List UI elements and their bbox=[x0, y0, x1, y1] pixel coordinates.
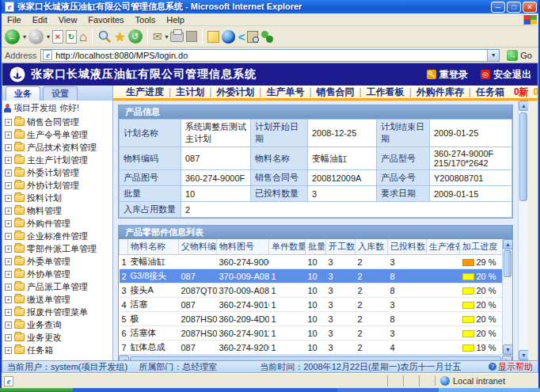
notes-icon[interactable] bbox=[207, 31, 219, 43]
mail-dropdown-icon[interactable]: ▾ bbox=[165, 33, 168, 40]
menu-item[interactable]: File bbox=[2, 15, 27, 25]
back-dropdown-icon[interactable]: ▾ bbox=[23, 33, 26, 40]
table-row[interactable]: 4活塞087360-274-9010F11032320 % bbox=[120, 298, 503, 312]
research-icon[interactable] bbox=[247, 31, 258, 43]
column-header[interactable]: 入库数 bbox=[356, 239, 388, 255]
taskbar-task[interactable] bbox=[337, 388, 439, 392]
expand-icon[interactable]: + bbox=[5, 309, 12, 316]
expand-icon[interactable]: + bbox=[5, 271, 12, 278]
column-header[interactable]: 父物料编码 bbox=[179, 239, 217, 255]
tab-settings[interactable]: 设置 bbox=[43, 86, 78, 101]
expand-icon[interactable]: + bbox=[5, 245, 12, 253]
expand-icon[interactable]: + bbox=[5, 258, 12, 265]
expand-icon[interactable]: + bbox=[5, 233, 12, 240]
expand-icon[interactable]: + bbox=[5, 169, 12, 177]
sidebar-item[interactable]: +产品派工单管理 bbox=[2, 280, 112, 293]
table-row[interactable]: 6活塞体2087HS002360-274-9011W11032320 % bbox=[120, 326, 503, 341]
table-row[interactable]: 2G3/8接头087370-009-A084011032820 % bbox=[120, 269, 503, 284]
page-scrollbar[interactable]: ▲ ▼ bbox=[518, 101, 528, 360]
expand-icon[interactable]: + bbox=[5, 207, 12, 215]
column-header[interactable]: 开工数 bbox=[326, 239, 356, 255]
menu-item[interactable]: Favorites bbox=[82, 15, 129, 25]
menu-item[interactable]: Edit bbox=[27, 15, 53, 25]
column-header[interactable]: 物料图号 bbox=[217, 239, 269, 255]
go-button[interactable]: → Go bbox=[504, 50, 535, 61]
table-row[interactable]: 3接头A2087QT002370-009-A085011032820 % bbox=[120, 284, 503, 298]
sidebar-item[interactable]: +零部件派工单管理 bbox=[2, 242, 112, 255]
table-row[interactable]: 1变幅油缸360-274-9000F1032329 % bbox=[120, 255, 503, 269]
sidebar-item[interactable]: +外协计划管理 bbox=[2, 179, 112, 192]
column-header[interactable]: 物料名称 bbox=[128, 239, 179, 255]
nav-item[interactable]: 主计划 bbox=[171, 86, 209, 99]
scroll-left-icon[interactable]: ◄ bbox=[119, 356, 129, 360]
menu-item[interactable]: Tools bbox=[130, 15, 162, 25]
table-row[interactable]: 7缸体总成087360-274-9200F11032419 % bbox=[120, 341, 503, 355]
column-header[interactable]: 已投料数 bbox=[388, 239, 427, 255]
expand-icon[interactable]: + bbox=[5, 182, 12, 189]
expand-icon[interactable]: + bbox=[5, 119, 12, 126]
scroll-up-icon[interactable]: ▲ bbox=[503, 239, 513, 249]
relogin-button[interactable]: 重登录 bbox=[427, 68, 468, 82]
column-header[interactable]: 单件数量 bbox=[269, 239, 306, 255]
expand-icon[interactable]: + bbox=[5, 131, 12, 139]
start-button[interactable] bbox=[0, 388, 73, 392]
expand-icon[interactable]: + bbox=[5, 220, 12, 227]
sidebar-item[interactable]: +外购件管理 bbox=[2, 217, 112, 230]
sidebar-item[interactable]: +主生产计划管理 bbox=[2, 154, 112, 166]
forward-icon[interactable]: → bbox=[29, 29, 44, 44]
maximize-button[interactable]: □ bbox=[507, 2, 521, 13]
logout-button[interactable]: ◎ 安全退出 bbox=[481, 68, 531, 82]
menu-item[interactable]: Help bbox=[161, 15, 190, 25]
column-header[interactable]: 批量 bbox=[306, 239, 326, 255]
scroll-thumb[interactable] bbox=[130, 356, 501, 360]
nav-item[interactable]: 任务箱 bbox=[471, 86, 509, 99]
close-button[interactable]: ✕ bbox=[523, 2, 537, 13]
parts-vertical-scrollbar[interactable]: ▲ ▼ bbox=[502, 239, 512, 355]
expand-icon[interactable]: + bbox=[5, 195, 12, 202]
expand-icon[interactable]: + bbox=[5, 322, 12, 329]
search-icon[interactable] bbox=[97, 29, 112, 44]
sidebar-item[interactable]: +报废件管理菜单 bbox=[2, 306, 112, 318]
mail-icon[interactable]: ✉ bbox=[153, 30, 162, 43]
sidebar-item[interactable]: +业务更改 bbox=[2, 331, 112, 344]
sidebar-item[interactable]: +任务箱 bbox=[2, 344, 112, 356]
expand-icon[interactable]: + bbox=[5, 284, 12, 291]
expand-icon[interactable]: + bbox=[5, 296, 12, 303]
nav-item[interactable]: 外购件库存 bbox=[412, 86, 469, 99]
nav-item[interactable]: 外委计划 bbox=[211, 86, 259, 99]
scroll-thumb[interactable] bbox=[504, 250, 511, 277]
expand-icon[interactable]: + bbox=[5, 347, 12, 354]
sidebar-item[interactable]: +外协单管理 bbox=[2, 268, 112, 280]
nav-item[interactable]: 工作看板 bbox=[362, 86, 409, 99]
scroll-down-icon[interactable]: ▼ bbox=[503, 344, 513, 355]
print-icon[interactable] bbox=[170, 32, 184, 42]
table-row[interactable]: 5极2087HS002360-209-4D01011032820 % bbox=[120, 312, 503, 326]
stop-icon[interactable]: ✕ bbox=[52, 30, 63, 44]
column-header[interactable] bbox=[120, 239, 128, 255]
sidebar-item[interactable]: +投料计划 bbox=[2, 192, 112, 204]
favorites-icon[interactable]: ★ bbox=[114, 29, 125, 44]
parts-horizontal-scrollbar[interactable]: ◄ ► bbox=[119, 355, 512, 360]
windows-taskbar[interactable] bbox=[0, 388, 540, 392]
scroll-right-icon[interactable]: ► bbox=[502, 356, 512, 360]
edit-icon[interactable] bbox=[186, 31, 197, 42]
address-input[interactable]: e http://localhost:8080/MPS/login.do ▾ bbox=[40, 49, 500, 62]
minimize-button[interactable]: ─ bbox=[491, 2, 505, 13]
sidebar-item[interactable]: +物料管理 bbox=[2, 204, 112, 217]
menu-item[interactable]: View bbox=[53, 15, 83, 25]
show-help-link[interactable]: ? 显示帮助 bbox=[489, 361, 533, 373]
msn-messenger-icon[interactable] bbox=[260, 30, 273, 43]
sidebar-item[interactable]: +外委计划管理 bbox=[2, 166, 112, 179]
sidebar-item[interactable]: +业务查询 bbox=[2, 318, 112, 331]
sidebar-item[interactable]: +外委单管理 bbox=[2, 255, 112, 268]
sidebar-item[interactable]: +企业标准件管理 bbox=[2, 230, 112, 242]
sidebar-item[interactable]: +缴送单管理 bbox=[2, 293, 112, 306]
expand-icon[interactable]: + bbox=[5, 144, 12, 151]
column-header[interactable]: 生产准备 bbox=[427, 239, 460, 255]
messenger-globe-icon[interactable] bbox=[222, 30, 235, 44]
quick-launch-icon[interactable]: < bbox=[238, 30, 245, 44]
history-icon[interactable]: ↺ bbox=[128, 29, 143, 44]
address-dropdown-icon[interactable]: ▾ bbox=[487, 50, 499, 61]
sidebar-item[interactable]: +生产令号单管理 bbox=[2, 128, 112, 141]
back-icon[interactable]: ← bbox=[5, 29, 20, 44]
